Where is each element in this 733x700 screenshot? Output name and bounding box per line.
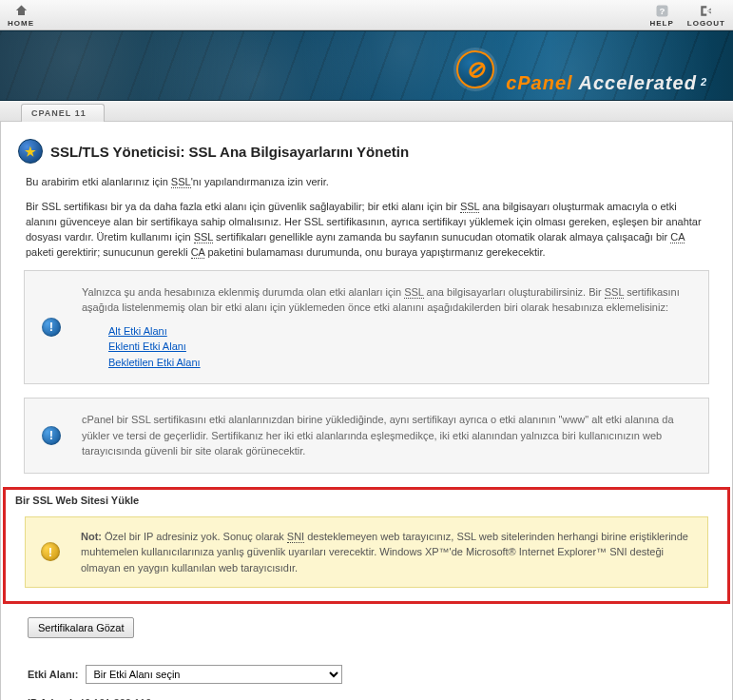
tab-cpanel11[interactable]: CPANEL 11 — [21, 104, 105, 122]
form-area: Sertifikalara Gözat Etki Alanı: Bir Etki… — [1, 617, 732, 700]
tabstrip: CPANEL 11 — [0, 101, 733, 122]
intro-p2a: Bir SSL sertifikası bir ya da daha fazla… — [26, 201, 460, 212]
page: ★ SSL/TLS Yöneticisi: SSL Ana Bilgisayar… — [0, 122, 733, 700]
abbr-ssl-2: SSL — [460, 201, 479, 213]
abbr-sni: SNI — [287, 531, 304, 543]
brand-sub: 2 — [701, 76, 706, 88]
info-icon: ! — [42, 318, 61, 337]
logout-icon — [699, 3, 714, 18]
banner: ⊘ cPanel Accelerated 2 — [0, 30, 733, 101]
svg-text:?: ? — [659, 6, 665, 16]
topbar-left: HOME — [8, 3, 34, 28]
heading-row: ★ SSL/TLS Yöneticisi: SSL Ana Bilgisayar… — [18, 139, 715, 164]
topbar: HOME ? HELP LOGOUT — [0, 0, 733, 30]
domain-select[interactable]: Bir Etki Alanı seçin — [86, 665, 342, 684]
info1-a: Yalnızca şu anda hesabınıza eklenmiş dur… — [82, 286, 404, 298]
install-ssl-heading: Bir SSL Web Sitesi Yükle — [6, 490, 727, 511]
help-icon: ? — [654, 3, 669, 18]
info1-b: ana bilgisayarları oluşturabilirsiniz. B… — [424, 286, 605, 298]
abbr-ssl-i1: SSL — [404, 286, 423, 299]
brand-logo-icon: ⊘ — [456, 50, 494, 88]
home-icon — [13, 3, 29, 18]
info1-text: Yalnızca şu anda hesabınıza eklenmiş dur… — [82, 284, 689, 316]
sni-warning-text: Not: Özel bir IP adresiniz yok. Sonuç ol… — [81, 529, 688, 576]
abbr-ca-2: CA — [191, 246, 205, 259]
logout-link[interactable]: LOGOUT — [687, 3, 725, 28]
info-box-www: ! cPanel bir SSL sertifikasını etki alan… — [24, 398, 709, 474]
help-label: HELP — [649, 19, 673, 28]
browse-certs-button[interactable]: Sertifikalara Gözat — [28, 617, 134, 638]
warn-a: Özel bir IP adresiniz yok. Sonuç olarak — [102, 531, 287, 542]
domain-label: Etki Alanı: — [28, 669, 78, 680]
abbr-ssl-i2: SSL — [605, 286, 624, 299]
sni-warning: ! Not: Özel bir IP adresiniz yok. Sonuç … — [25, 516, 708, 589]
abbr-ssl: SSL — [171, 176, 191, 188]
brand: ⊘ cPanel Accelerated 2 — [456, 50, 706, 94]
ssl-shield-icon: ★ — [18, 139, 43, 164]
intro-p2e: paketini bulamaması durumunda, onu buray… — [204, 246, 545, 258]
logout-label: LOGOUT — [687, 19, 725, 28]
intro-p1: Bu arabirim etki alanlarınız için SSL'nı… — [18, 175, 715, 190]
link-addon-domain[interactable]: Eklenti Etki Alanı — [108, 339, 689, 355]
brand-name-1: cPanel — [506, 72, 572, 93]
abbr-ca-1: CA — [670, 231, 685, 243]
page-title: SSL/TLS Yöneticisi: SSL Ana Bilgisayarla… — [50, 144, 409, 160]
intro-p2: Bir SSL sertifikası bir ya da daha fazla… — [18, 200, 715, 261]
info-icon: ! — [42, 426, 61, 445]
note-label: Not: — [81, 531, 102, 542]
info-box-domains: ! Yalnızca şu anda hesabınıza eklenmiş d… — [24, 270, 709, 385]
warning-icon: ! — [41, 542, 60, 561]
home-link[interactable]: HOME — [8, 3, 34, 28]
intro-p2d: paketi gerektirir; sunucunun gerekli — [26, 246, 191, 258]
intro-p1b: 'nı yapılandırmanıza izin verir. — [191, 176, 329, 187]
brand-name-2: Accelerated — [578, 72, 696, 93]
topbar-right: ? HELP LOGOUT — [649, 3, 725, 28]
intro-p1a: Bu arabirim etki alanlarınız için — [26, 176, 171, 187]
install-ssl-section: Bir SSL Web Sitesi Yükle ! Not: Özel bir… — [3, 487, 730, 605]
home-label: HOME — [8, 19, 34, 28]
link-parked-domain[interactable]: Bekletilen Etki Alanı — [108, 355, 689, 371]
page-inner: ★ SSL/TLS Yöneticisi: SSL Ana Bilgisayar… — [1, 122, 732, 474]
domain-row: Etki Alanı: Bir Etki Alanı seçin — [28, 665, 713, 684]
link-subdomain[interactable]: Alt Etki Alanı — [108, 323, 689, 340]
intro-p2c: sertifikaları genellikle aynı zamanda bu… — [213, 231, 670, 243]
info2-text: cPanel bir SSL sertifikasını etki alanla… — [82, 412, 689, 459]
help-link[interactable]: ? HELP — [649, 3, 673, 28]
abbr-ssl-3: SSL — [194, 231, 213, 243]
